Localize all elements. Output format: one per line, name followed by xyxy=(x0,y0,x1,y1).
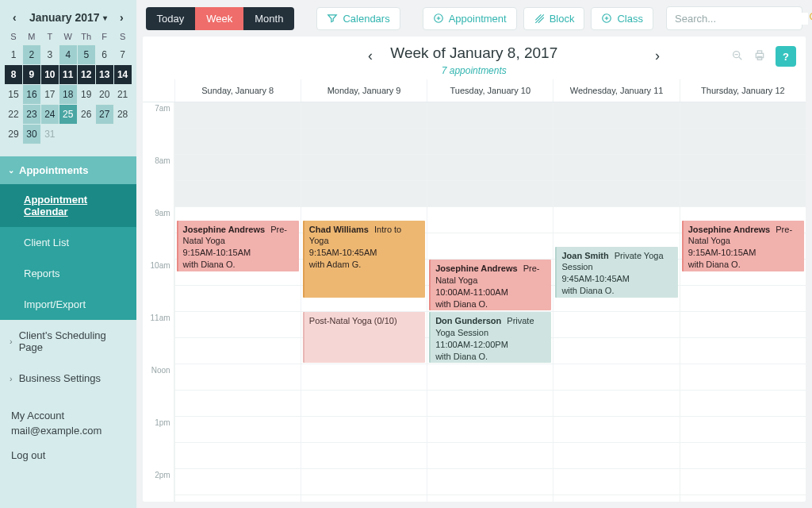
calendars-filter-button[interactable]: Calendars xyxy=(316,7,400,30)
time-slot[interactable] xyxy=(301,417,427,443)
zoom-out-icon[interactable] xyxy=(731,49,744,64)
mini-cal-day[interactable]: 25 xyxy=(59,105,77,124)
time-slot[interactable] xyxy=(427,102,553,129)
time-slot[interactable] xyxy=(427,495,553,502)
time-slot[interactable] xyxy=(175,364,301,391)
mini-cal-day[interactable]: 13 xyxy=(96,65,113,84)
new-block-button[interactable]: Block xyxy=(523,7,585,30)
time-slot[interactable] xyxy=(553,102,679,129)
time-slot[interactable] xyxy=(553,469,679,495)
appointment[interactable]: Josephine Andrews Pre-Natal Yoga10:00AM-… xyxy=(429,260,551,310)
account-label[interactable]: My Account xyxy=(11,410,125,421)
time-slot[interactable] xyxy=(175,417,301,443)
calendar-body[interactable]: 7am8am9am10am11amNoon1pm2pmJosephine And… xyxy=(143,102,806,502)
time-slot[interactable] xyxy=(175,155,301,181)
mini-cal-day[interactable]: 28 xyxy=(114,105,132,124)
time-slot[interactable] xyxy=(553,443,679,469)
time-slot[interactable] xyxy=(175,391,301,417)
mini-cal-day[interactable]: 1 xyxy=(5,45,22,64)
new-appointment-button[interactable]: Appointment xyxy=(423,7,517,30)
nav-link-business[interactable]: › Business Settings xyxy=(0,363,136,394)
search-input[interactable] xyxy=(675,13,808,25)
time-slot[interactable] xyxy=(427,364,553,391)
time-slot[interactable] xyxy=(427,155,553,181)
time-slot[interactable] xyxy=(175,338,301,364)
month-button[interactable]: Month xyxy=(243,7,294,30)
new-class-button[interactable]: Class xyxy=(591,7,653,30)
day-column[interactable]: Josephine Andrews Pre-Natal Yoga9:15AM-1… xyxy=(680,102,806,502)
nav-group-appointments[interactable]: ⌄ Appointments xyxy=(0,156,136,184)
time-slot[interactable] xyxy=(301,102,427,129)
time-slot[interactable] xyxy=(680,286,806,312)
time-slot[interactable] xyxy=(427,417,553,443)
time-slot[interactable] xyxy=(680,338,806,364)
mini-cal-day[interactable]: 9 xyxy=(23,65,40,84)
appointment[interactable]: Chad Williams Intro to Yoga9:15AM-10:45A… xyxy=(303,221,425,298)
today-button[interactable]: Today xyxy=(146,7,196,30)
mini-cal-day[interactable]: 14 xyxy=(114,65,132,84)
mini-cal-day[interactable]: 24 xyxy=(41,105,59,124)
time-slot[interactable] xyxy=(553,364,679,391)
time-slot[interactable] xyxy=(553,129,679,155)
time-slot[interactable] xyxy=(301,181,427,207)
mini-cal-day[interactable]: 19 xyxy=(78,85,95,104)
mini-cal-day[interactable]: 16 xyxy=(23,85,40,104)
day-column[interactable]: Chad Williams Intro to Yoga9:15AM-10:45A… xyxy=(301,102,427,502)
mini-cal-day[interactable]: 5 xyxy=(78,45,95,64)
mini-cal-day[interactable]: 10 xyxy=(41,65,59,84)
time-slot[interactable] xyxy=(301,469,427,495)
week-next[interactable]: › xyxy=(655,48,660,64)
day-column[interactable]: Joan Smith Private Yoga Session9:45AM-10… xyxy=(553,102,679,502)
sidebar-item[interactable]: Appointment Calendar xyxy=(0,184,136,227)
time-slot[interactable] xyxy=(175,102,301,129)
time-slot[interactable] xyxy=(301,495,427,502)
time-slot[interactable] xyxy=(680,364,806,391)
time-slot[interactable] xyxy=(553,417,679,443)
mini-cal-prev[interactable]: ‹ xyxy=(10,10,20,25)
time-slot[interactable] xyxy=(175,286,301,312)
time-slot[interactable] xyxy=(175,469,301,495)
sidebar-item[interactable]: Client List xyxy=(0,227,136,258)
time-slot[interactable] xyxy=(175,495,301,502)
time-slot[interactable] xyxy=(680,129,806,155)
mini-cal-day[interactable]: 29 xyxy=(5,125,22,144)
time-slot[interactable] xyxy=(427,391,553,417)
time-slot[interactable] xyxy=(680,155,806,181)
mini-cal-day[interactable]: 18 xyxy=(59,85,77,104)
time-slot[interactable] xyxy=(553,207,679,233)
time-slot[interactable] xyxy=(680,391,806,417)
mini-cal-day[interactable]: 20 xyxy=(96,85,113,104)
time-slot[interactable] xyxy=(680,102,806,129)
time-slot[interactable] xyxy=(175,129,301,155)
time-slot[interactable] xyxy=(175,181,301,207)
appointment[interactable]: Josephine Andrews Pre-Natal Yoga9:15AM-1… xyxy=(682,221,804,271)
mini-cal-day[interactable]: 6 xyxy=(96,45,113,64)
time-slot[interactable] xyxy=(427,469,553,495)
time-slot[interactable] xyxy=(301,155,427,181)
time-slot[interactable] xyxy=(553,155,679,181)
mini-cal-day[interactable]: 27 xyxy=(96,105,113,124)
mini-cal-day[interactable]: 12 xyxy=(78,65,95,84)
time-slot[interactable] xyxy=(680,443,806,469)
nav-link-scheduling[interactable]: › Client's Scheduling Page xyxy=(0,320,136,363)
time-slot[interactable] xyxy=(427,181,553,207)
time-slot[interactable] xyxy=(680,417,806,443)
appointment[interactable]: Josephine Andrews Pre-Natal Yoga9:15AM-1… xyxy=(177,221,299,271)
logout-link[interactable]: Log out xyxy=(11,449,125,461)
mini-cal-day[interactable]: 4 xyxy=(59,45,77,64)
time-slot[interactable] xyxy=(680,181,806,207)
time-slot[interactable] xyxy=(553,312,679,338)
day-column[interactable]: Josephine Andrews Pre-Natal Yoga10:00AM-… xyxy=(427,102,553,502)
week-button[interactable]: Week xyxy=(195,7,243,30)
mini-cal-day[interactable]: 21 xyxy=(114,85,132,104)
mini-cal-day[interactable]: 11 xyxy=(59,65,77,84)
mini-cal-title[interactable]: January 2017 ▾ xyxy=(29,11,107,24)
sidebar-item[interactable]: Import/Export xyxy=(0,289,136,320)
appointment[interactable]: Post-Natal Yoga (0/10) xyxy=(303,312,425,363)
mini-cal-day[interactable]: 30 xyxy=(23,125,40,144)
mini-cal-day[interactable]: 17 xyxy=(41,85,59,104)
mini-cal-day[interactable]: 2 xyxy=(23,45,40,64)
mini-cal-day[interactable]: 22 xyxy=(5,105,22,124)
mini-cal-day[interactable]: 7 xyxy=(114,45,132,64)
time-slot[interactable] xyxy=(427,129,553,155)
